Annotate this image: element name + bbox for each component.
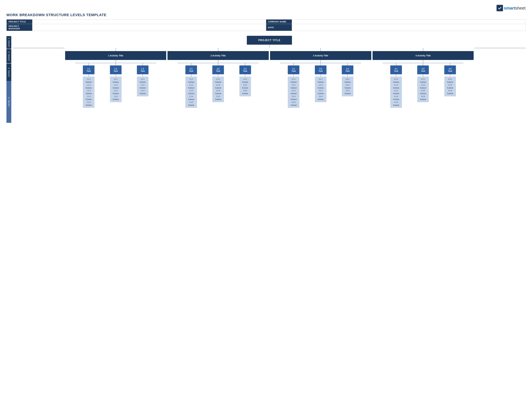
subtask-box-3.3: 3.3.1Subtask3.3.2Subtask3.3.3Subtask bbox=[342, 76, 353, 96]
task-vdrop-3.2 bbox=[321, 63, 321, 65]
task-box-1.2: 1.2Task bbox=[110, 65, 122, 74]
subtask-box-4.2: 4.2.1Subtask4.2.2Subtask4.2.3Subtask4.2.… bbox=[417, 76, 429, 102]
date-label: DATE bbox=[266, 24, 292, 31]
task-vsub-4.1 bbox=[396, 74, 396, 76]
task-col-2.2: 2.2Task2.2.1Subtask2.2.2Subtask2.2.3Subt… bbox=[212, 63, 224, 102]
task-col-2.1: 2.1Task2.1.1Subtask2.1.2Subtask2.1.3Subt… bbox=[185, 63, 197, 108]
subtask-box-2.1: 2.1.1Subtask2.1.2Subtask2.1.3Subtask2.1.… bbox=[185, 76, 197, 108]
level-4-label: LEVEL 4 bbox=[6, 81, 11, 123]
task-vsub-4.2 bbox=[423, 74, 423, 76]
task-col-1.3: 1.3Task1.3.1Subtask1.3.2Subtask1.3.3Subt… bbox=[137, 63, 149, 96]
tasks-wrapper-3: 3.1Task3.1.1Subtask3.1.2Subtask3.1.3Subt… bbox=[270, 63, 371, 108]
task-vdrop-1.3 bbox=[142, 63, 143, 65]
logo-icon bbox=[496, 5, 503, 11]
task-box-3.1: 3.1Task bbox=[288, 65, 299, 74]
task-box-4.1: 4.1Task bbox=[390, 65, 402, 74]
subtask-box-4.3: 4.3.1Subtask4.3.2Subtask4.3.3Subtask bbox=[444, 76, 456, 96]
act-vline-top-4 bbox=[423, 48, 423, 51]
act-title-1: 1 Activity Title bbox=[65, 51, 166, 60]
task-vsub-1.3 bbox=[142, 74, 143, 76]
task-col-4.1: 4.1Task4.1.1Subtask4.1.2Subtask4.1.3Subt… bbox=[390, 63, 402, 108]
task-vdrop-3.3 bbox=[347, 63, 348, 65]
task-col-3.2: 3.2Task3.2.1Subtask3.2.2Subtask3.2.3Subt… bbox=[315, 63, 326, 102]
act-vline-mid-4 bbox=[423, 60, 423, 63]
task-cols-3: 3.1Task3.1.1Subtask3.1.2Subtask3.1.3Subt… bbox=[280, 63, 361, 108]
info-table: PROJECT TITLE COMPANY NAME PROJECT MANAG… bbox=[6, 19, 526, 31]
task-col-3.3: 3.3Task3.3.1Subtask3.3.2Subtask3.3.3Subt… bbox=[342, 63, 353, 96]
tasks-wrapper-1: 1.1Task1.1.1Subtask1.1.2Subtask1.1.3Subt… bbox=[65, 63, 166, 108]
task-vdrop-4.3 bbox=[450, 63, 450, 65]
task-box-2.3: 2.3Task bbox=[239, 65, 251, 74]
task-vsub-3.1 bbox=[294, 74, 294, 76]
level-2-label: LEVEL 2 bbox=[6, 49, 11, 63]
project-title-value[interactable] bbox=[32, 19, 266, 24]
task-col-4.2: 4.2Task4.2.1Subtask4.2.2Subtask4.2.3Subt… bbox=[417, 63, 429, 102]
task-col-4.3: 4.3Task4.3.1Subtask4.3.2Subtask4.3.3Subt… bbox=[444, 63, 456, 96]
tasks-row-4: 4.1Task4.1.1Subtask4.1.2Subtask4.1.3Subt… bbox=[372, 63, 474, 108]
task-vdrop-3.1 bbox=[294, 63, 294, 65]
task-vsub-2.1 bbox=[191, 74, 191, 76]
act-vline-mid-2 bbox=[218, 60, 218, 63]
task-vsub-3.2 bbox=[321, 74, 321, 76]
task-vdrop-4.2 bbox=[423, 63, 423, 65]
tasks-row-2: 2.1Task2.1.1Subtask2.1.2Subtask2.1.3Subt… bbox=[168, 63, 269, 108]
date-value[interactable] bbox=[292, 24, 526, 31]
level-3-label: LEVEL 3 bbox=[6, 63, 11, 81]
task-vsub-1.2 bbox=[116, 74, 116, 76]
project-manager-label: PROJECT MANAGER bbox=[7, 24, 32, 31]
subtask-box-1.3: 1.3.1Subtask1.3.2Subtask1.3.3Subtask bbox=[137, 76, 149, 96]
company-name-value[interactable] bbox=[292, 19, 526, 24]
level-labels: LEVEL 1 LEVEL 2 LEVEL 3 LEVEL 4 bbox=[6, 36, 11, 123]
task-box-3.2: 3.2Task bbox=[315, 65, 326, 74]
task-vdrop-4.1 bbox=[396, 63, 396, 65]
tasks-row-3: 3.1Task3.1.1Subtask3.1.2Subtask3.1.3Subt… bbox=[270, 63, 371, 108]
task-vdrop-2.3 bbox=[245, 63, 245, 65]
logo-box: smartsheet bbox=[496, 5, 526, 11]
task-vsub-2.2 bbox=[218, 74, 218, 76]
act-title-2: 2 Activity Title bbox=[168, 51, 269, 60]
task-box-4.3: 4.3Task bbox=[444, 65, 456, 74]
activity-1: 1 Activity Title1.1Task1.1.1Subtask1.1.2… bbox=[65, 48, 167, 108]
task-cols-1: 1.1Task1.1.1Subtask1.1.2Subtask1.1.3Subt… bbox=[75, 63, 156, 108]
task-box-4.2: 4.2Task bbox=[417, 65, 429, 74]
task-vsub-4.3 bbox=[450, 74, 450, 76]
logo-text: smartsheet bbox=[504, 6, 526, 11]
task-cols-4: 4.1Task4.1.1Subtask4.1.2Subtask4.1.3Subt… bbox=[382, 63, 464, 108]
task-box-2.1: 2.1Task bbox=[185, 65, 197, 74]
project-manager-value[interactable] bbox=[32, 24, 266, 31]
activity-2: 2 Activity Title2.1Task2.1.1Subtask2.1.2… bbox=[167, 48, 269, 108]
subtask-box-4.1: 4.1.1Subtask4.1.2Subtask4.1.3Subtask4.1.… bbox=[390, 76, 402, 108]
task-vsub-3.3 bbox=[347, 74, 348, 76]
logo-area: smartsheet bbox=[6, 5, 526, 11]
subtask-box-1.1: 1.1.1Subtask1.1.2Subtask1.1.3Subtask1.1.… bbox=[83, 76, 95, 108]
root-vline bbox=[269, 45, 270, 48]
task-box-1.3: 1.3Task bbox=[137, 65, 149, 74]
act-title-3: 3 Activity Title bbox=[270, 51, 371, 60]
act-vline-top-1 bbox=[116, 48, 116, 51]
l2-connector-row: 1 Activity Title1.1Task1.1.1Subtask1.1.2… bbox=[13, 48, 526, 108]
subtask-box-1.2: 1.2.1Subtask1.2.2Subtask1.2.3Subtask1.2.… bbox=[110, 76, 122, 102]
act-vline-mid-3 bbox=[321, 60, 321, 63]
task-box-3.3: 3.3Task bbox=[342, 65, 353, 74]
task-vdrop-2.2 bbox=[218, 63, 218, 65]
activity-4: 4 Activity Title4.1Task4.1.1Subtask4.1.2… bbox=[372, 48, 475, 108]
subtask-box-2.2: 2.2.1Subtask2.2.2Subtask2.2.3Subtask2.2.… bbox=[212, 76, 224, 102]
page-title: WORK BREAKDOWN STRUCTURE LEVELS TEMPLATE bbox=[6, 13, 526, 17]
act-vline-mid-1 bbox=[116, 60, 116, 63]
task-vsub-1.1 bbox=[88, 74, 89, 76]
act-vline-top-3 bbox=[321, 48, 321, 51]
project-title-label: PROJECT TITLE bbox=[7, 19, 32, 24]
task-col-2.3: 2.3Task2.3.1Subtask2.3.2Subtask2.3.3Subt… bbox=[239, 63, 251, 96]
company-name-label: COMPANY NAME bbox=[266, 19, 292, 24]
subtask-box-3.2: 3.2.1Subtask3.2.2Subtask3.2.3Subtask3.2.… bbox=[315, 76, 326, 102]
subtask-box-2.3: 2.3.1Subtask2.3.2Subtask2.3.3Subtask bbox=[239, 76, 251, 96]
wbs-chart: LEVEL 1 LEVEL 2 LEVEL 3 LEVEL 4 PROJECT … bbox=[6, 36, 526, 123]
chart-area: PROJECT TITLE 1 Activity Title1.1Task1.1… bbox=[13, 36, 526, 108]
task-col-1.1: 1.1Task1.1.1Subtask1.1.2Subtask1.1.3Subt… bbox=[83, 63, 95, 108]
act-vline-top-2 bbox=[218, 48, 218, 51]
activity-3: 3 Activity Title3.1Task3.1.1Subtask3.1.2… bbox=[269, 48, 372, 108]
root-node: PROJECT TITLE bbox=[247, 36, 292, 45]
task-vdrop-1.1 bbox=[88, 63, 89, 65]
act-title-4: 4 Activity Title bbox=[372, 51, 474, 60]
level-1-label: LEVEL 1 bbox=[6, 36, 11, 49]
